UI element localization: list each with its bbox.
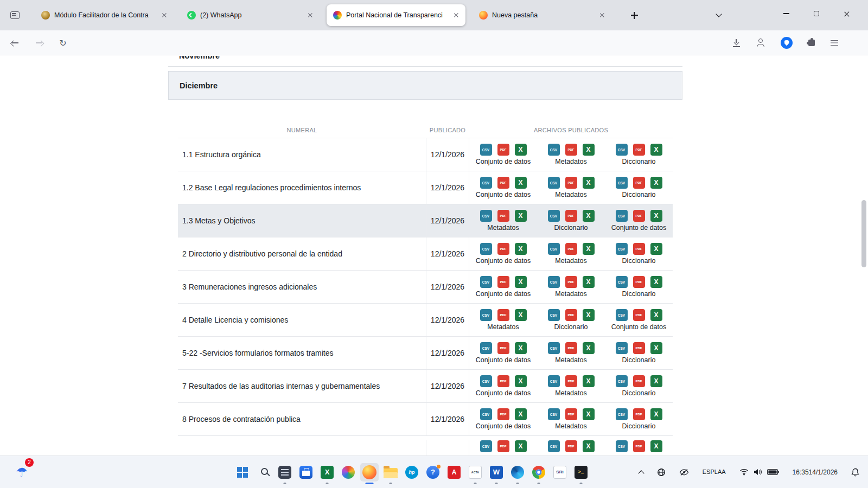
pdf-file-icon[interactable]: PDF	[565, 408, 577, 420]
excel-app-button[interactable]: X	[318, 463, 336, 481]
excel-file-icon[interactable]: X	[650, 243, 662, 255]
terminal-app-button[interactable]: >_	[572, 463, 590, 481]
pdf-file-icon[interactable]: PDF	[565, 276, 577, 288]
tab-nueva-pestana[interactable]: Nueva pestaña	[473, 4, 611, 26]
excel-file-icon[interactable]: X	[515, 210, 527, 222]
back-button[interactable]	[7, 34, 24, 52]
excel-file-icon[interactable]: X	[515, 144, 527, 156]
excel-file-icon[interactable]: X	[515, 309, 527, 321]
tray-globe-button[interactable]	[654, 465, 669, 480]
csv-file-icon[interactable]: CSV	[548, 375, 560, 387]
start-button[interactable]	[233, 463, 252, 481]
csv-file-icon[interactable]: CSV	[548, 276, 560, 288]
tab-modulo-facilitador[interactable]: Módulo Facilitador de la Contra	[35, 4, 174, 26]
pdf-file-icon[interactable]: PDF	[565, 243, 577, 255]
firefox-app-button[interactable]	[360, 463, 379, 481]
word-app-button[interactable]: W	[487, 463, 506, 481]
tab-close-button[interactable]	[450, 9, 462, 21]
tab-portal-transparencia[interactable]: Portal Nacional de Transparenci	[327, 4, 465, 26]
excel-file-icon[interactable]: X	[650, 177, 662, 189]
vertical-scrollbar[interactable]	[861, 200, 866, 267]
tab-close-button[interactable]	[596, 9, 608, 21]
store-app-button[interactable]	[297, 463, 315, 481]
csv-file-icon[interactable]: CSV	[480, 276, 492, 288]
pdf-file-icon[interactable]: PDF	[497, 144, 509, 156]
accordion-item-noviembre[interactable]: Noviembre	[168, 56, 682, 67]
excel-file-icon[interactable]: X	[650, 276, 662, 288]
pdf-file-icon[interactable]: PDF	[497, 210, 509, 222]
pdf-file-icon[interactable]: PDF	[565, 309, 577, 321]
excel-file-icon[interactable]: X	[515, 375, 527, 387]
file-explorer-button[interactable]	[381, 463, 400, 481]
pdf-file-icon[interactable]: PDF	[633, 375, 645, 387]
acta-app-button[interactable]: ACTA	[466, 463, 484, 481]
close-window-button[interactable]	[834, 4, 859, 23]
excel-file-icon[interactable]: X	[515, 243, 527, 255]
forward-button[interactable]	[30, 34, 48, 52]
system-status-button[interactable]	[736, 465, 782, 479]
csv-file-icon[interactable]: CSV	[548, 309, 560, 321]
accordion-item-diciembre[interactable]: Diciembre	[168, 71, 682, 100]
excel-file-icon[interactable]: X	[583, 375, 595, 387]
csv-file-icon[interactable]: CSV	[616, 375, 628, 387]
list-all-tabs-button[interactable]	[711, 7, 727, 23]
pdf-file-icon[interactable]: PDF	[497, 276, 509, 288]
pdf-file-icon[interactable]: PDF	[497, 177, 509, 189]
excel-file-icon[interactable]: X	[515, 177, 527, 189]
excel-file-icon[interactable]: X	[650, 440, 662, 452]
notification-center-button[interactable]	[848, 465, 863, 480]
csv-file-icon[interactable]: CSV	[548, 408, 560, 420]
excel-file-icon[interactable]: X	[583, 144, 595, 156]
csv-file-icon[interactable]: CSV	[480, 408, 492, 420]
firefox-view-button[interactable]	[7, 7, 23, 23]
csv-file-icon[interactable]: CSV	[616, 342, 628, 354]
csv-file-icon[interactable]: CSV	[616, 309, 628, 321]
extensions-button[interactable]	[803, 34, 820, 52]
downloads-button[interactable]	[727, 34, 745, 52]
excel-file-icon[interactable]: X	[583, 309, 595, 321]
pdf-file-icon[interactable]: PDF	[633, 342, 645, 354]
csv-file-icon[interactable]: CSV	[616, 144, 628, 156]
excel-file-icon[interactable]: X	[650, 375, 662, 387]
pdf-file-icon[interactable]: PDF	[633, 408, 645, 420]
excel-file-icon[interactable]: X	[583, 276, 595, 288]
pdf-file-icon[interactable]: PDF	[633, 309, 645, 321]
excel-file-icon[interactable]: X	[583, 440, 595, 452]
hidden-icons-button[interactable]	[636, 466, 647, 479]
csv-file-icon[interactable]: CSV	[616, 177, 628, 189]
pdf-file-icon[interactable]: PDF	[633, 144, 645, 156]
csv-file-icon[interactable]: CSV	[548, 210, 560, 222]
csv-file-icon[interactable]: CSV	[548, 177, 560, 189]
pdf-file-icon[interactable]: PDF	[497, 309, 509, 321]
pdf-file-icon[interactable]: PDF	[497, 243, 509, 255]
pdf-file-icon[interactable]: PDF	[633, 276, 645, 288]
pdf-file-icon[interactable]: PDF	[565, 342, 577, 354]
help-app-button[interactable]: ?	[424, 463, 442, 481]
excel-file-icon[interactable]: X	[515, 276, 527, 288]
pdf-file-icon[interactable]: PDF	[565, 375, 577, 387]
search-button[interactable]	[254, 463, 273, 481]
csv-file-icon[interactable]: CSV	[616, 243, 628, 255]
minimize-button[interactable]	[774, 4, 799, 23]
csv-file-icon[interactable]: CSV	[480, 210, 492, 222]
notes-app-button[interactable]	[276, 463, 294, 481]
csv-file-icon[interactable]: CSV	[548, 342, 560, 354]
pdf-file-icon[interactable]: PDF	[633, 243, 645, 255]
excel-file-icon[interactable]: X	[583, 408, 595, 420]
chrome-app-button[interactable]	[529, 463, 548, 481]
csv-file-icon[interactable]: CSV	[480, 309, 492, 321]
pdf-file-icon[interactable]: PDF	[633, 440, 645, 452]
csv-file-icon[interactable]: CSV	[480, 375, 492, 387]
office-app-button[interactable]	[339, 463, 358, 481]
weather-widget-button[interactable]: ☂ 2	[10, 460, 34, 484]
language-indicator[interactable]: ESP LAA	[699, 465, 729, 479]
csv-file-icon[interactable]: CSV	[616, 210, 628, 222]
pdf-file-icon[interactable]: PDF	[565, 440, 577, 452]
pdf-file-icon[interactable]: PDF	[497, 375, 509, 387]
pdf-file-icon[interactable]: PDF	[633, 177, 645, 189]
csv-file-icon[interactable]: CSV	[480, 440, 492, 452]
pdf-file-icon[interactable]: PDF	[565, 144, 577, 156]
pdf-file-icon[interactable]: PDF	[565, 210, 577, 222]
excel-file-icon[interactable]: X	[650, 210, 662, 222]
pdf-file-icon[interactable]: PDF	[497, 342, 509, 354]
